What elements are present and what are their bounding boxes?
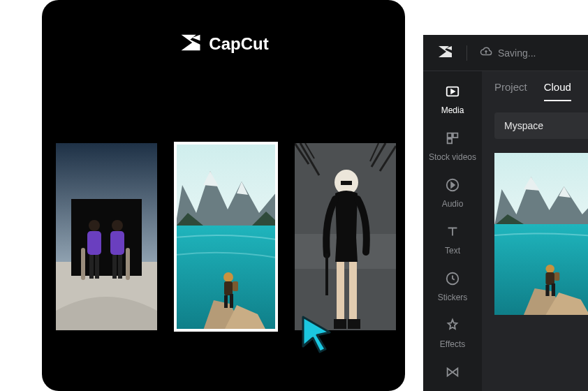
svg-rect-32 bbox=[448, 139, 452, 143]
svg-rect-25 bbox=[349, 262, 357, 322]
svg-rect-5 bbox=[89, 255, 94, 279]
editor-main: Project Cloud Myspace bbox=[482, 71, 588, 391]
svg-rect-30 bbox=[448, 133, 452, 138]
thumb-lake[interactable] bbox=[175, 143, 277, 330]
svg-rect-40 bbox=[545, 285, 549, 296]
tab-project[interactable]: Project bbox=[494, 81, 527, 101]
svg-rect-27 bbox=[348, 319, 360, 329]
sidebar-item-stock[interactable]: Stock videos bbox=[429, 131, 476, 162]
thumb-model[interactable] bbox=[295, 143, 396, 330]
svg-rect-17 bbox=[233, 281, 238, 291]
capcut-logo-icon bbox=[178, 31, 202, 57]
svg-rect-28 bbox=[325, 253, 328, 295]
thumb-people[interactable] bbox=[56, 143, 157, 330]
svg-point-7 bbox=[112, 220, 123, 231]
sidebar-label: Stock videos bbox=[429, 152, 476, 162]
sidebar-item-effects[interactable]: Effects bbox=[440, 318, 465, 349]
saving-label: Saving... bbox=[498, 47, 536, 59]
brand-name: CapCut bbox=[209, 34, 268, 54]
svg-rect-10 bbox=[118, 255, 122, 279]
cloud-media-thumb[interactable] bbox=[494, 153, 588, 315]
svg-point-15 bbox=[223, 272, 233, 282]
svg-rect-11 bbox=[81, 248, 85, 280]
svg-rect-38 bbox=[545, 272, 554, 285]
capcut-mark-icon bbox=[436, 43, 454, 63]
svg-rect-18 bbox=[224, 295, 228, 308]
text-icon bbox=[445, 224, 460, 242]
svg-rect-16 bbox=[224, 281, 233, 295]
svg-rect-9 bbox=[112, 255, 117, 279]
effects-icon bbox=[445, 318, 460, 335]
svg-rect-39 bbox=[554, 272, 559, 281]
transition-icon bbox=[445, 364, 460, 382]
svg-rect-41 bbox=[552, 283, 555, 296]
sidebar-label: Media bbox=[441, 105, 464, 115]
sidebar-item-transition[interactable] bbox=[445, 364, 460, 382]
editor-window: Saving... Media Stock videos Audio Te bbox=[423, 35, 588, 391]
sidebar-label: Audio bbox=[442, 199, 464, 209]
svg-rect-24 bbox=[337, 262, 344, 322]
svg-rect-31 bbox=[453, 133, 457, 138]
source-tabs: Project Cloud bbox=[482, 71, 588, 101]
sidebar-label: Effects bbox=[440, 339, 465, 349]
stock-icon bbox=[445, 131, 460, 148]
media-icon bbox=[445, 84, 460, 101]
folder-name: Myspace bbox=[504, 120, 543, 131]
sidebar-item-stickers[interactable]: Stickers bbox=[438, 271, 468, 302]
folder-dropdown[interactable]: Myspace bbox=[494, 112, 588, 139]
topbar-divider bbox=[466, 45, 467, 61]
svg-rect-26 bbox=[334, 319, 346, 329]
saving-indicator: Saving... bbox=[480, 45, 536, 60]
sidebar-item-audio[interactable]: Audio bbox=[442, 177, 464, 209]
svg-rect-23 bbox=[341, 181, 352, 185]
sidebar-label: Text bbox=[445, 246, 460, 256]
svg-rect-4 bbox=[87, 231, 101, 255]
cloud-upload-icon bbox=[480, 45, 492, 60]
svg-rect-6 bbox=[95, 255, 99, 279]
svg-point-3 bbox=[89, 220, 100, 231]
sidebar-item-media[interactable]: Media bbox=[441, 84, 464, 115]
svg-rect-8 bbox=[110, 231, 124, 255]
svg-rect-19 bbox=[230, 294, 233, 308]
svg-rect-12 bbox=[126, 248, 130, 280]
sidebar-item-text[interactable]: Text bbox=[445, 224, 460, 256]
cursor-pointer-icon bbox=[299, 314, 334, 353]
stickers-icon bbox=[445, 271, 460, 288]
brand: CapCut bbox=[178, 31, 268, 57]
sidebar-label: Stickers bbox=[438, 293, 468, 302]
svg-point-37 bbox=[545, 265, 554, 273]
editor-sidebar: Media Stock videos Audio Text Stickers bbox=[423, 71, 482, 391]
gallery-thumbnails bbox=[56, 143, 396, 330]
audio-icon bbox=[445, 177, 460, 195]
tab-cloud[interactable]: Cloud bbox=[544, 81, 571, 101]
editor-topbar: Saving... bbox=[423, 35, 588, 71]
